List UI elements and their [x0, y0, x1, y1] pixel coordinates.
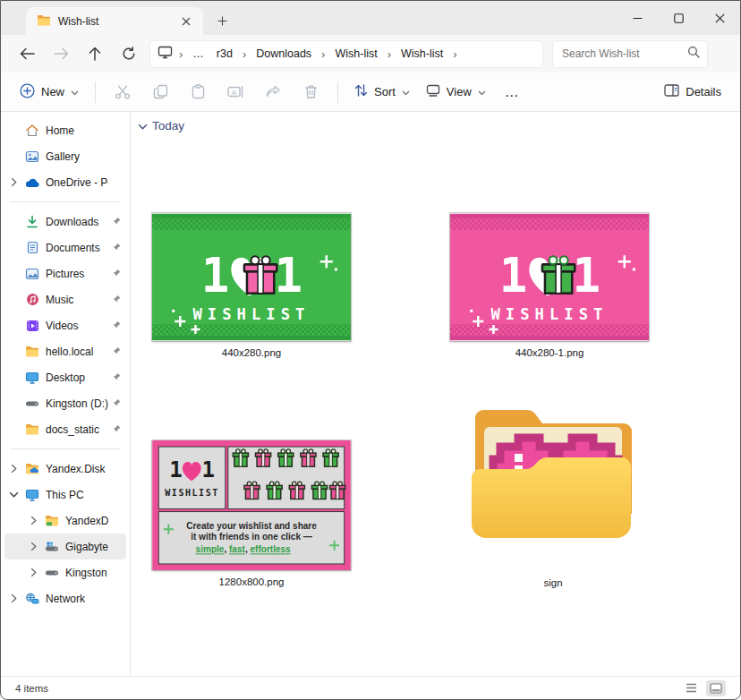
paste-icon[interactable] [179, 77, 217, 107]
copy-icon[interactable] [141, 77, 179, 107]
file-name: 440x280-1.png [447, 347, 652, 358]
file-name: 440x280.png [149, 347, 353, 358]
breadcrumb[interactable]: › … r3d › Downloads › Wish-list › Wish-l… [149, 40, 543, 68]
pin-icon [108, 242, 124, 253]
close-button[interactable] [699, 1, 740, 35]
chevron-down-icon[interactable] [4, 491, 22, 498]
sort-button-label: Sort [374, 85, 396, 98]
delete-icon[interactable] [292, 77, 329, 107]
folder-icon [22, 423, 42, 435]
back-icon[interactable] [10, 39, 44, 68]
sidebar-item-hello-local[interactable]: hello.local [4, 338, 126, 364]
view-grid-icon [426, 84, 440, 99]
sidebar-item-desktop[interactable]: Desktop [4, 364, 126, 390]
sidebar-item-onedrive[interactable]: OneDrive - Persona [4, 169, 126, 195]
svg-text:Create your wishlist and share: Create your wishlist and share [186, 521, 317, 531]
sidebar-item-gigabyte-c[interactable]: Gigabyte (C:) [4, 534, 126, 559]
refresh-icon[interactable] [112, 39, 146, 68]
sidebar-item-videos[interactable]: Videos [4, 312, 126, 338]
breadcrumb-item-r3d[interactable]: r3d [213, 46, 236, 62]
sidebar-item-kingston-d[interactable]: Kingston (D:) [4, 559, 126, 585]
file-1280x800[interactable]: 1 1 WISHLIST Create your wishlist and sh… [149, 440, 353, 587]
breadcrumb-item-downloads[interactable]: Downloads [252, 46, 315, 62]
file-list-area[interactable]: Today 1 1 [131, 112, 740, 676]
new-button[interactable]: New [12, 78, 87, 107]
chevron-right-icon[interactable] [4, 464, 22, 474]
large-icons-view-icon[interactable] [706, 680, 726, 696]
chevron-right-icon[interactable] [4, 593, 22, 603]
sort-arrows-icon [354, 83, 368, 100]
sidebar-item-kingston-pinned[interactable]: Kingston (D:) [4, 390, 126, 416]
cut-icon[interactable] [104, 77, 141, 107]
toolbar-divider [337, 81, 338, 103]
sidebar-item-home[interactable]: Home [4, 117, 126, 143]
pin-icon [108, 268, 124, 279]
sort-button[interactable]: Sort [346, 78, 418, 106]
maximize-button[interactable] [658, 1, 699, 35]
details-button-label: Details [686, 85, 721, 98]
thumbnail-440x280: 1 1 WISHLIST [152, 213, 351, 341]
svg-text:WISHLIST: WISHLIST [491, 305, 609, 323]
new-button-label: New [41, 85, 64, 98]
rename-icon[interactable]: A [217, 77, 254, 107]
new-tab-button[interactable] [210, 10, 234, 31]
thumbnail-1280x800: 1 1 WISHLIST Create your wishlist and sh… [152, 440, 351, 570]
chevron-right-icon[interactable] [24, 542, 42, 551]
minimize-button[interactable] [617, 1, 658, 35]
sidebar-item-this-pc[interactable]: This PC [4, 482, 126, 508]
onedrive-cloud-icon [22, 177, 42, 188]
music-icon [22, 293, 42, 306]
sidebar-item-yandexdisk-folder[interactable]: YandexDisk [4, 508, 126, 534]
chevron-right-icon[interactable] [24, 516, 42, 525]
gallery-icon [22, 149, 42, 164]
sidebar-item-pictures[interactable]: Pictures [4, 260, 126, 286]
chevron-right-icon[interactable] [24, 568, 42, 577]
breadcrumb-chevron-icon: › [320, 47, 326, 61]
breadcrumb-item-wishlist[interactable]: Wish-list [331, 46, 380, 62]
navigation-bar: › … r3d › Downloads › Wish-list › Wish-l… [1, 35, 740, 73]
sidebar-item-documents[interactable]: Documents [4, 235, 126, 260]
titlebar: Wish-list [1, 1, 740, 35]
svg-text:1: 1 [275, 248, 303, 303]
sidebar-item-docs-static[interactable]: docs_static [4, 416, 126, 442]
breadcrumb-ellipsis[interactable]: … [189, 46, 208, 62]
chevron-right-icon[interactable] [4, 177, 22, 187]
share-icon[interactable] [254, 77, 292, 107]
pictures-icon [22, 268, 42, 280]
file-440x280[interactable]: 1 1 WISHLIST [149, 213, 353, 358]
breadcrumb-chevron-icon: › [387, 47, 392, 61]
sidebar-item-yandex-disk[interactable]: Yandex.Disk [4, 456, 126, 482]
sidebar-item-downloads[interactable]: Downloads [4, 209, 126, 235]
sidebar-item-gallery[interactable]: Gallery [4, 143, 126, 169]
up-icon[interactable] [78, 39, 112, 68]
explorer-tab[interactable]: Wish-list [26, 7, 203, 35]
sidebar-item-network[interactable]: Network [4, 585, 126, 611]
pin-icon [108, 371, 124, 383]
chevron-down-icon [478, 85, 486, 98]
sidebar-item-music[interactable]: Music [4, 286, 126, 312]
group-header-today[interactable]: Today [138, 119, 184, 132]
more-options-icon[interactable]: … [494, 81, 531, 104]
details-button[interactable]: Details [656, 79, 729, 105]
svg-text:simple, fast, effortless: simple, fast, effortless [196, 544, 292, 554]
search-icon[interactable] [687, 46, 700, 62]
svg-text:WISHLIST: WISHLIST [193, 305, 311, 323]
search-box[interactable] [552, 40, 708, 68]
this-pc-icon [22, 489, 42, 501]
view-button[interactable]: View [418, 79, 494, 105]
toolbar-divider [95, 81, 96, 103]
search-input[interactable] [560, 47, 687, 61]
breadcrumb-chevron-icon: › [178, 47, 183, 61]
tab-close-icon[interactable] [176, 12, 196, 31]
sidebar-divider [10, 201, 121, 202]
forward-icon[interactable] [44, 39, 78, 68]
thumbnail-440x280-1: 1 1 WISHLIST [450, 213, 649, 341]
list-view-icon[interactable] [681, 680, 701, 696]
videos-icon [22, 320, 42, 332]
folder-sign[interactable]: sign [451, 389, 655, 588]
pin-icon [108, 320, 124, 331]
breadcrumb-chevron-icon: › [452, 47, 457, 61]
breadcrumb-item-wishlist-2[interactable]: Wish-list [397, 46, 447, 62]
file-440x280-1[interactable]: 1 1 WISHLIST [447, 213, 652, 358]
details-panel-icon [664, 84, 679, 99]
